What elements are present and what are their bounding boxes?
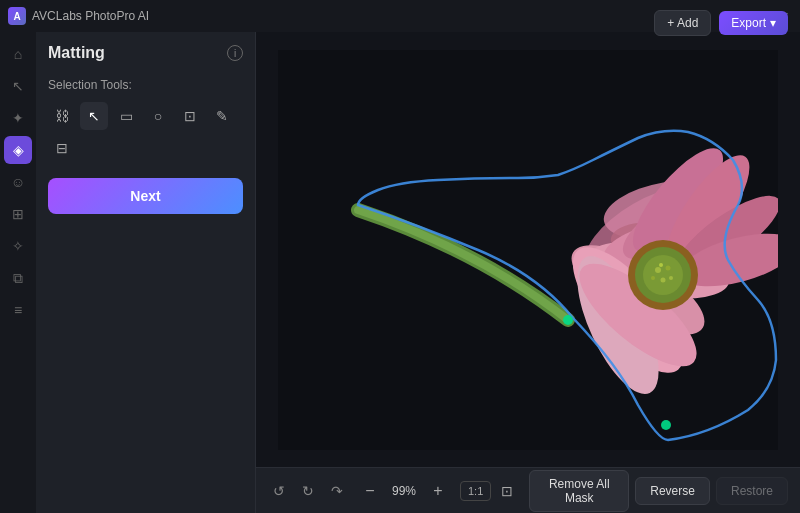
redo-button[interactable]: ↻ <box>297 476 320 506</box>
sidebar-item-star[interactable]: ✦ <box>4 104 32 132</box>
svg-point-25 <box>563 315 573 325</box>
sidebar-item-matting[interactable]: ◈ <box>4 136 32 164</box>
svg-point-21 <box>651 276 655 280</box>
tool-rect[interactable]: ▭ <box>112 102 140 130</box>
zoom-value: 99% <box>386 484 422 498</box>
canvas-background <box>278 50 778 450</box>
redo-icon: ↻ <box>302 483 314 499</box>
minus-icon: − <box>365 482 374 500</box>
sidebar-item-face[interactable]: ☺ <box>4 168 32 196</box>
sidebar-item-home[interactable]: ⌂ <box>4 40 32 68</box>
tool-image-select[interactable]: ⊡ <box>176 102 204 130</box>
sidebar-item-settings[interactable]: ≡ <box>4 296 32 324</box>
selection-tools-label: Selection Tools: <box>48 78 243 92</box>
restore-button[interactable]: Restore <box>716 477 788 505</box>
svg-point-19 <box>666 265 671 270</box>
zoom-in-button[interactable]: + <box>426 479 450 503</box>
info-icon[interactable]: i <box>227 45 243 61</box>
tool-eraser[interactable]: ⊟ <box>48 134 76 162</box>
plus-icon: + <box>433 482 442 500</box>
titlebar-left: A AVCLabs PhotoPro AI <box>8 7 149 25</box>
tools-row: ⛓ ↖ ▭ ○ ⊡ ✎ ⊟ <box>48 102 243 162</box>
svg-point-18 <box>655 267 661 273</box>
svg-point-22 <box>669 276 673 280</box>
sidebar-item-enhance[interactable]: ⊞ <box>4 200 32 228</box>
app-title: AVCLabs PhotoPro AI <box>32 9 149 23</box>
undo-button[interactable]: ↺ <box>268 476 291 506</box>
zoom-controls: − 99% + <box>358 479 450 503</box>
sidebar-item-layers[interactable]: ⧉ <box>4 264 32 292</box>
svg-point-20 <box>661 277 666 282</box>
undo-icon: ↺ <box>273 483 285 499</box>
zoom-out-button[interactable]: − <box>358 479 382 503</box>
app-icon: A <box>8 7 26 25</box>
sidebar-item-cursor[interactable]: ↖ <box>4 72 32 100</box>
next-button[interactable]: Next <box>48 178 243 214</box>
sidebar-item-magic[interactable]: ✧ <box>4 232 32 260</box>
reverse-button[interactable]: Reverse <box>635 477 710 505</box>
tool-circle[interactable]: ○ <box>144 102 172 130</box>
ratio-button[interactable]: 1:1 <box>460 481 491 501</box>
tool-link[interactable]: ⛓ <box>48 102 76 130</box>
remove-all-mask-button[interactable]: Remove All Mask <box>529 470 629 512</box>
flower-image <box>278 50 778 450</box>
bottom-toolbar: ↺ ↻ ↷ − 99% + 1:1 ⊡ Remove <box>256 467 800 513</box>
forward-button[interactable]: ↷ <box>325 476 348 506</box>
fit-button[interactable]: ⊡ <box>497 479 517 503</box>
panel-title: Matting <box>48 44 105 62</box>
forward-icon: ↷ <box>331 483 343 499</box>
panel-header: Matting i <box>48 44 243 62</box>
tool-arrow[interactable]: ↖ <box>80 102 108 130</box>
svg-point-23 <box>659 263 663 267</box>
canvas-viewport[interactable] <box>256 32 800 467</box>
svg-point-24 <box>661 420 671 430</box>
canvas-area: + Add Export ▾ <box>256 32 800 513</box>
fit-icon: ⊡ <box>501 483 513 499</box>
svg-point-17 <box>643 255 683 295</box>
icon-sidebar: ⌂ ↖ ✦ ◈ ☺ ⊞ ✧ ⧉ ≡ <box>0 32 36 513</box>
tool-pencil[interactable]: ✎ <box>208 102 236 130</box>
main-layout: ⌂ ↖ ✦ ◈ ☺ ⊞ ✧ ⧉ ≡ Matting i Selection To… <box>0 32 800 513</box>
left-panel: Matting i Selection Tools: ⛓ ↖ ▭ ○ ⊡ ✎ ⊟… <box>36 32 256 513</box>
